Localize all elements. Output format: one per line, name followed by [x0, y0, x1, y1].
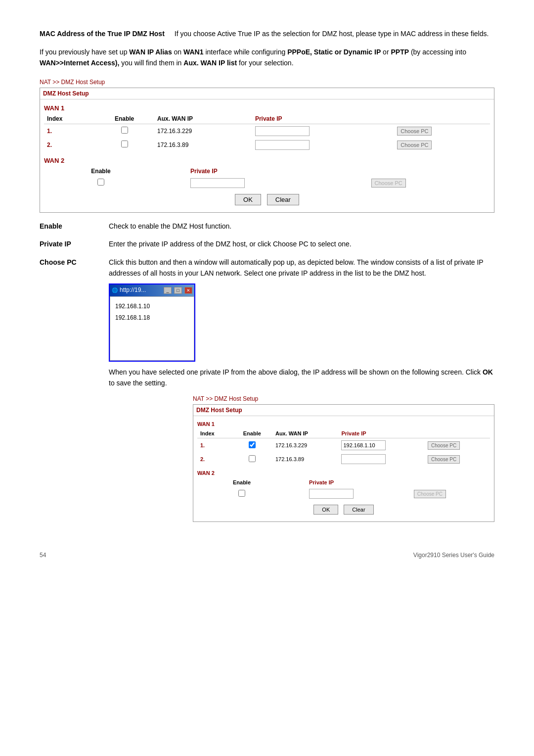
row1-aux-wan-ip: 172.16.3.229: [154, 124, 252, 138]
popup-ip-item-1[interactable]: 192.168.1.10: [113, 301, 191, 312]
p2-row2-choose-pc-button[interactable]: Choose PC: [428, 455, 460, 464]
wan1-label-2: WAN 1: [197, 421, 490, 427]
popup-title: http://19...: [120, 285, 161, 295]
col2-index: Index: [197, 429, 232, 438]
wan1-table-2: Index Enable Aux. WAN IP Private IP 1. 1…: [197, 429, 490, 466]
wan2-table-2: Enable Private IP: [197, 478, 490, 501]
nav-link-1[interactable]: NAT >> DMZ Host Setup: [40, 79, 494, 86]
p2-wan2-private-ip-cell: [306, 487, 411, 501]
p2-wan2-enable-cell[interactable]: [227, 487, 257, 501]
ok-button-1[interactable]: OK: [235, 194, 261, 205]
wan2-checkbox[interactable]: [97, 179, 104, 186]
dmz-panel-1: DMZ Host Setup WAN 1 Index Enable Aux. W…: [40, 88, 494, 213]
wan2-private-ip-input[interactable]: [190, 178, 245, 188]
p2-row1-choose-pc-cell: Choose PC: [425, 438, 490, 453]
table-row: 2. 172.16.3.89 Choose PC: [197, 452, 490, 466]
popup-close-button[interactable]: ✕: [184, 287, 192, 294]
col-aux-wan-ip: Aux. WAN IP: [154, 114, 252, 124]
p2-row2-enable[interactable]: [232, 452, 272, 466]
table-row: 1. 172.16.3.229 Choose PC: [44, 124, 490, 138]
btn-row-2: OK Clear: [197, 501, 490, 519]
wan2-label-1: WAN 2: [44, 157, 490, 164]
wan2-label-2: WAN 2: [197, 470, 490, 476]
col2-action: [425, 429, 490, 438]
btn-row-1: OK Clear: [44, 190, 490, 209]
after-select-text: When you have selected one private IP fr…: [109, 367, 494, 389]
wan2-choose-pc-cell: Choose PC: [368, 176, 490, 190]
popup-minimize-button[interactable]: _: [164, 287, 172, 294]
p2-row1-enable[interactable]: [232, 438, 272, 453]
clear-button-1[interactable]: Clear: [267, 194, 299, 205]
row2-enable[interactable]: [94, 138, 154, 152]
row2-private-ip-input[interactable]: [255, 140, 310, 150]
p2-wan2-col-private-ip: Private IP: [306, 478, 411, 487]
row2-private-ip-cell: [252, 138, 394, 152]
wan2-table-1: Enable Private IP Choose PC: [44, 166, 490, 190]
p2-row1-aux-wan-ip: 172.16.3.229: [272, 438, 338, 453]
p2-row2-private-ip-cell: [338, 452, 425, 466]
row2-checkbox[interactable]: [121, 141, 128, 147]
page-content: MAC Address of the True IP DMZ Host If y…: [40, 30, 494, 559]
enable-def: Check to enable the DMZ Host function.: [109, 221, 494, 232]
p2-wan2-choose-pc-button[interactable]: Choose PC: [414, 490, 446, 498]
popup-ip-item-2[interactable]: 192.168.1.18: [113, 312, 191, 324]
dmz-panel-title-2: DMZ Host Setup: [193, 405, 494, 416]
row1-checkbox[interactable]: [121, 127, 128, 134]
table-row: 2. 172.16.3.89 Choose PC: [44, 138, 490, 152]
p2-row1-checkbox[interactable]: [249, 441, 256, 448]
popup-icon: 🌐: [112, 286, 118, 294]
clear-button-2[interactable]: Clear: [344, 505, 373, 515]
choose-pc-def: Click this button and then a window will…: [109, 257, 494, 389]
enable-desc: Enable Check to enable the DMZ Host func…: [40, 221, 494, 232]
row1-private-ip-input[interactable]: [255, 126, 310, 136]
p2-wan2-choose-pc-cell: Choose PC: [411, 487, 490, 501]
wan1-table-1: Index Enable Aux. WAN IP Private IP 1. 1…: [44, 114, 490, 152]
col2-private-ip: Private IP: [338, 429, 425, 438]
row2-choose-pc-button[interactable]: Choose PC: [397, 141, 432, 149]
col2-enable: Enable: [232, 429, 272, 438]
popup-restore-button[interactable]: □: [174, 287, 182, 294]
p2-wan2-checkbox[interactable]: [238, 490, 245, 497]
p2-row1-index: 1.: [197, 438, 232, 453]
row1-choose-pc-cell: Choose PC: [394, 124, 490, 138]
row2-index: 2.: [44, 138, 94, 152]
row2-choose-pc-cell: Choose PC: [394, 138, 490, 152]
wan2-choose-pc-button[interactable]: Choose PC: [371, 179, 406, 188]
footer-right: Vigor2910 Series User's Guide: [413, 552, 494, 559]
private-ip-def: Enter the private IP address of the DMZ …: [109, 238, 494, 249]
wan2-col-enable: Enable: [84, 166, 118, 176]
p2-row2-private-ip-input[interactable]: [341, 454, 386, 464]
p2-row1-choose-pc-button[interactable]: Choose PC: [428, 441, 460, 450]
p2-wan2-col-enable: Enable: [227, 478, 257, 487]
col-private-ip: Private IP: [252, 114, 394, 124]
wan2-enable-cell[interactable]: [84, 176, 118, 190]
mac-def: If you choose Active True IP as the sele…: [175, 30, 494, 38]
p2-row1-private-ip-input[interactable]: [341, 440, 386, 450]
p2-row2-checkbox[interactable]: [249, 455, 256, 462]
col2-aux-wan-ip: Aux. WAN IP: [272, 429, 338, 438]
intro-paragraph: If you previously have set up WAN IP Ali…: [40, 47, 494, 69]
row1-private-ip-cell: [252, 124, 394, 138]
ok-button-2[interactable]: OK: [313, 505, 338, 515]
col-index: Index: [44, 114, 94, 124]
private-ip-term: Private IP: [40, 238, 99, 249]
choose-pc-term: Choose PC: [40, 257, 99, 389]
dmz-table-section-1: WAN 1 Index Enable Aux. WAN IP Private I…: [40, 99, 494, 212]
col-action: [394, 114, 490, 124]
choose-pc-def-text: Click this button and then a window will…: [109, 258, 483, 277]
page-footer: 54 Vigor2910 Series User's Guide: [40, 552, 494, 559]
p2-row2-aux-wan-ip: 172.16.3.89: [272, 452, 338, 466]
popup-titlebar: 🌐 http://19... _ □ ✕: [110, 284, 194, 296]
choose-pc-desc: Choose PC Click this button and then a w…: [40, 257, 494, 389]
popup-window: 🌐 http://19... _ □ ✕ 192.168.1.10 192.16…: [109, 284, 195, 361]
p2-wan2-private-ip-input[interactable]: [309, 489, 354, 499]
p2-wan2-row: Choose PC: [197, 487, 490, 501]
row1-choose-pc-button[interactable]: Choose PC: [397, 127, 432, 136]
row1-enable[interactable]: [94, 124, 154, 138]
dmz-panel-title-1: DMZ Host Setup: [40, 88, 494, 99]
p2-row1-private-ip-cell: [338, 438, 425, 453]
nav-link-2[interactable]: NAT >> DMZ Host Setup: [193, 395, 494, 402]
popup-body: 192.168.1.10 192.168.1.18: [110, 296, 194, 361]
enable-term: Enable: [40, 221, 99, 232]
wan2-row: Choose PC: [44, 176, 490, 190]
